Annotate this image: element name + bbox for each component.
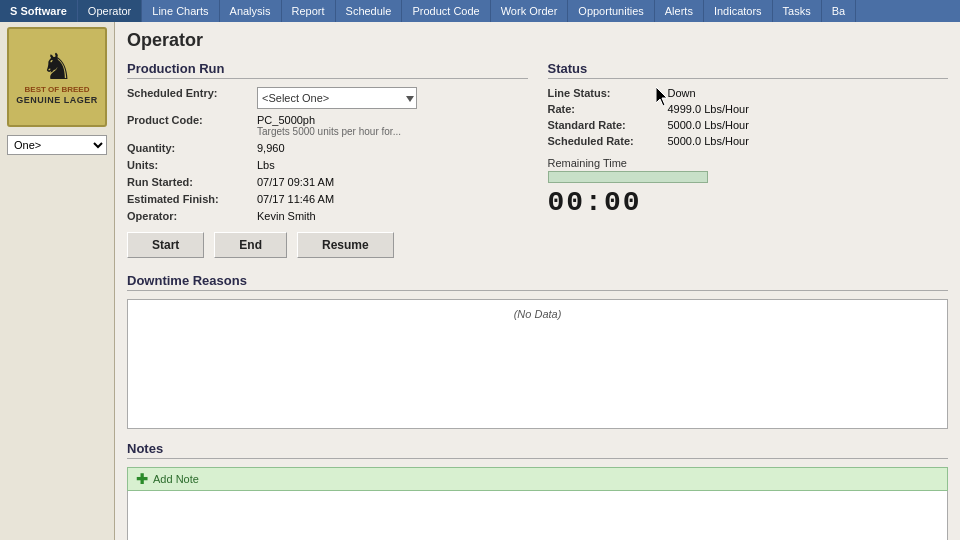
quantity-row: Quantity: 9,960 <box>127 142 528 154</box>
logo-brand: GENUINE LAGER <box>16 95 98 105</box>
dropdown-arrow-icon <box>406 96 414 106</box>
main-layout: ♞ BEST OF BREED GENUINE LAGER One> Opera… <box>0 22 960 540</box>
standard-rate-row: Standard Rate: 5000.0 Lbs/Hour <box>548 119 949 131</box>
horse-icon: ♞ <box>41 49 73 85</box>
line-status-label: Line Status: <box>548 87 668 99</box>
add-note-bar[interactable]: ✚ Add Note <box>127 467 948 491</box>
line-status-value: Down <box>668 87 696 99</box>
nav-alerts[interactable]: Alerts <box>655 0 704 22</box>
operator-value: Kevin Smith <box>257 210 316 222</box>
product-code-sub: Targets 5000 units per hour for... <box>257 126 401 137</box>
notes-section: Notes ✚ Add Note <box>127 441 948 540</box>
nav-work-order[interactable]: Work Order <box>491 0 569 22</box>
scheduled-entry-value: <Select One> <box>262 92 329 104</box>
remaining-time-label: Remaining Time <box>548 157 949 169</box>
remaining-time-section: Remaining Time 00:00 <box>548 157 949 218</box>
content-area: Operator Production Run Scheduled Entry:… <box>115 22 960 540</box>
estimated-finish-label: Estimated Finish: <box>127 193 257 205</box>
nav-indicators[interactable]: Indicators <box>704 0 773 22</box>
nav-ba[interactable]: Ba <box>822 0 856 22</box>
nav-schedule[interactable]: Schedule <box>336 0 403 22</box>
nav-tasks[interactable]: Tasks <box>773 0 822 22</box>
operator-label: Operator: <box>127 210 257 222</box>
standard-rate-label: Standard Rate: <box>548 119 668 131</box>
line-status-row: Line Status: Down <box>548 87 949 99</box>
timer-display: 00:00 <box>548 187 949 218</box>
rate-label: Rate: <box>548 103 668 115</box>
logo-area: ♞ BEST OF BREED GENUINE LAGER <box>7 27 107 127</box>
scheduled-entry-label: Scheduled Entry: <box>127 87 257 99</box>
nav-report[interactable]: Report <box>282 0 336 22</box>
quantity-label: Quantity: <box>127 142 257 154</box>
downtime-section: Downtime Reasons (No Data) <box>127 273 948 429</box>
quantity-value: 9,960 <box>257 142 285 154</box>
estimated-finish-value: 07/17 11:46 AM <box>257 193 334 205</box>
status-title: Status <box>548 61 949 79</box>
scheduled-rate-row: Scheduled Rate: 5000.0 Lbs/Hour <box>548 135 949 147</box>
nav-product-code[interactable]: Product Code <box>402 0 490 22</box>
product-code-value: PC_5000ph <box>257 114 401 126</box>
status-panel: Status Line Status: Down Rate: 4999.0 Lb… <box>548 61 949 258</box>
notes-title: Notes <box>127 441 948 459</box>
standard-rate-value: 5000.0 Lbs/Hour <box>668 119 749 131</box>
estimated-finish-row: Estimated Finish: 07/17 11:46 AM <box>127 193 528 205</box>
end-button[interactable]: End <box>214 232 287 258</box>
downtime-table: (No Data) <box>127 299 948 429</box>
scheduled-entry-row: Scheduled Entry: <Select One> <box>127 87 528 109</box>
start-button[interactable]: Start <box>127 232 204 258</box>
top-section: Production Run Scheduled Entry: <Select … <box>127 61 948 258</box>
remaining-time-bar <box>548 171 708 183</box>
add-note-label: Add Note <box>153 473 199 485</box>
sidebar: ♞ BEST OF BREED GENUINE LAGER One> <box>0 22 115 540</box>
scheduled-rate-value: 5000.0 Lbs/Hour <box>668 135 749 147</box>
notes-body <box>127 491 948 540</box>
action-buttons: Start End Resume <box>127 232 528 258</box>
resume-button[interactable]: Resume <box>297 232 394 258</box>
operator-row: Operator: Kevin Smith <box>127 210 528 222</box>
run-started-label: Run Started: <box>127 176 257 188</box>
add-note-icon: ✚ <box>136 471 148 487</box>
nav-analysis[interactable]: Analysis <box>220 0 282 22</box>
nav-operator[interactable]: Operator <box>78 0 142 22</box>
scheduled-entry-dropdown[interactable]: <Select One> <box>257 87 417 109</box>
downtime-title: Downtime Reasons <box>127 273 948 291</box>
logo-text-top: BEST OF BREED <box>25 85 90 95</box>
page-title: Operator <box>127 30 948 51</box>
rate-row: Rate: 4999.0 Lbs/Hour <box>548 103 949 115</box>
units-value: Lbs <box>257 159 275 171</box>
nav-line-charts[interactable]: Line Charts <box>142 0 219 22</box>
units-label: Units: <box>127 159 257 171</box>
top-navigation: S Software Operator Line Charts Analysis… <box>0 0 960 22</box>
product-code-row: Product Code: PC_5000ph Targets 5000 uni… <box>127 114 528 137</box>
sidebar-dropdown[interactable]: One> <box>7 135 107 155</box>
nav-opportunities[interactable]: Opportunities <box>568 0 654 22</box>
production-run-title: Production Run <box>127 61 528 79</box>
units-row: Units: Lbs <box>127 159 528 171</box>
nav-software[interactable]: S Software <box>0 0 78 22</box>
production-run-panel: Production Run Scheduled Entry: <Select … <box>127 61 528 258</box>
run-started-row: Run Started: 07/17 09:31 AM <box>127 176 528 188</box>
downtime-no-data: (No Data) <box>514 308 562 320</box>
rate-value: 4999.0 Lbs/Hour <box>668 103 749 115</box>
product-code-label: Product Code: <box>127 114 257 126</box>
run-started-value: 07/17 09:31 AM <box>257 176 334 188</box>
scheduled-rate-label: Scheduled Rate: <box>548 135 668 147</box>
